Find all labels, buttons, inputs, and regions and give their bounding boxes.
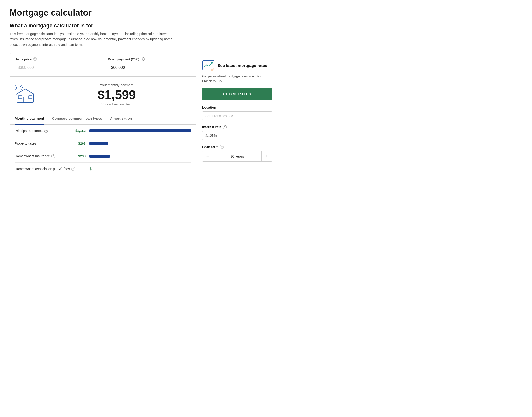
loan-term-value: 30 years <box>213 154 261 158</box>
tabs-row: Monthly payment Compare common loan type… <box>10 113 196 125</box>
tab-amortization[interactable]: Amortization <box>110 113 132 125</box>
breakdown-label-principal: Principal & interest ? <box>15 129 67 133</box>
breakdown-row-taxes: Property taxes ? $203 <box>15 137 191 150</box>
taxes-info-icon[interactable]: ? <box>38 142 41 146</box>
payment-term: 30 year fixed loan term <box>42 103 191 106</box>
tab-monthly-payment[interactable]: Monthly payment <box>15 113 44 125</box>
house-icon-container: $ <box>15 85 36 105</box>
sidebar-rates-header: ★ ★ See latest mortgage rates <box>202 60 272 72</box>
breakdown-amount-hoa: $0 <box>79 167 93 171</box>
location-label: Location <box>202 105 272 109</box>
loan-term-decrease-button[interactable]: − <box>203 151 213 161</box>
interest-rate-input[interactable] <box>202 131 272 140</box>
interest-rate-label: Interest rate ? <box>202 125 272 129</box>
rates-icon-box: ★ ★ <box>202 60 215 72</box>
down-payment-group: Down payment (20%) ? <box>103 53 196 76</box>
rates-chart-icon: ★ ★ <box>202 60 215 72</box>
breakdown-amount-principal: $1,163 <box>71 129 86 133</box>
home-price-input[interactable] <box>15 63 98 73</box>
check-rates-button[interactable]: CHECK RATES <box>202 88 272 100</box>
breakdown-row-principal: Principal & interest ? $1,163 <box>15 125 191 137</box>
payment-amount: $1,599 <box>42 89 191 101</box>
loan-term-increase-button[interactable]: + <box>261 151 272 161</box>
rates-title: See latest mortgage rates <box>217 63 267 68</box>
input-row: Home price ? Down payment (20%) ? <box>10 53 196 76</box>
page-title: Mortgage calculator <box>10 8 278 18</box>
hoa-info-icon[interactable]: ? <box>71 167 75 171</box>
svg-text:★: ★ <box>213 68 214 70</box>
svg-point-2 <box>20 86 21 87</box>
calculator-container: Home price ? Down payment (20%) ? <box>10 53 278 175</box>
payment-label: Your monthly payment <box>42 83 191 87</box>
intro-text: This free mortgage calculator lets you e… <box>10 31 173 47</box>
insurance-info-icon[interactable]: ? <box>51 154 55 158</box>
home-price-group: Home price ? <box>10 53 103 76</box>
rates-subtitle: Get personalized mortgage rates from San… <box>202 74 272 83</box>
svg-rect-4 <box>23 97 27 103</box>
breakdown-row-insurance: Homeowners insurance ? $233 <box>15 150 191 163</box>
payment-info: Your monthly payment $1,599 30 year fixe… <box>42 83 191 106</box>
breakdown-bar-container-hoa <box>97 167 191 170</box>
down-payment-label: Down payment (20%) ? <box>108 57 191 61</box>
breakdown-label-hoa: Homeowners association (HOA) fees ? <box>15 167 75 171</box>
principal-info-icon[interactable]: ? <box>44 129 48 133</box>
breakdown-bar-container-taxes <box>90 142 191 145</box>
house-icon: $ <box>15 85 36 104</box>
section-heading: What a mortgage calculator is for <box>10 22 278 29</box>
breakdown-section: Principal & interest ? $1,163 Property t… <box>10 125 196 175</box>
breakdown-bar-insurance <box>90 155 110 158</box>
down-payment-info-icon[interactable]: ? <box>141 57 145 61</box>
breakdown-bar-container-insurance <box>90 155 191 158</box>
home-price-info-icon[interactable]: ? <box>33 57 37 61</box>
loan-term-control: − 30 years + <box>202 151 272 162</box>
breakdown-amount-insurance: $233 <box>71 154 86 158</box>
payment-display: $ <box>10 76 196 113</box>
breakdown-label-taxes: Property taxes ? <box>15 142 67 146</box>
tab-compare-loans[interactable]: Compare common loan types <box>52 113 102 125</box>
down-payment-input[interactable] <box>108 63 191 73</box>
calc-sidebar: ★ ★ See latest mortgage rates Get person… <box>196 53 278 175</box>
breakdown-amount-taxes: $203 <box>71 142 86 146</box>
home-price-label: Home price ? <box>15 57 98 61</box>
breakdown-row-hoa: Homeowners association (HOA) fees ? $0 <box>15 163 191 175</box>
interest-rate-info-icon[interactable]: ? <box>223 125 227 129</box>
calc-main: Home price ? Down payment (20%) ? <box>10 53 196 175</box>
location-input[interactable] <box>202 111 272 120</box>
breakdown-bar-principal <box>90 129 191 132</box>
loan-term-label: Loan term ? <box>202 145 272 149</box>
breakdown-bar-container-principal <box>90 129 191 132</box>
loan-term-info-icon[interactable]: ? <box>220 145 224 149</box>
breakdown-bar-taxes <box>90 142 108 145</box>
svg-text:$: $ <box>16 86 18 89</box>
svg-rect-3 <box>17 94 33 103</box>
breakdown-label-insurance: Homeowners insurance ? <box>15 154 67 158</box>
